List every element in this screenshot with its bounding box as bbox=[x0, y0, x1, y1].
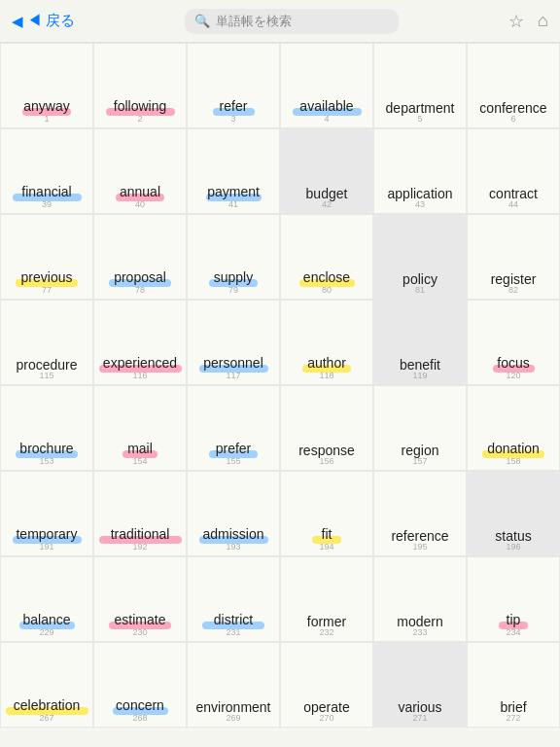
word-text: brief bbox=[500, 699, 526, 715]
word-cell[interactable]: policy81 bbox=[373, 214, 467, 300]
word-cell[interactable]: concern268 bbox=[93, 642, 187, 728]
word-text: payment bbox=[207, 184, 260, 199]
word-text: following bbox=[114, 98, 166, 114]
word-cell[interactable]: modern233 bbox=[373, 556, 467, 642]
word-cell[interactable]: proposal78 bbox=[93, 214, 187, 300]
word-cell[interactable]: annual40 bbox=[93, 128, 187, 214]
word-text: response bbox=[298, 443, 355, 458]
word-cell[interactable]: contract44 bbox=[467, 128, 560, 214]
word-cell[interactable]: balance229 bbox=[0, 556, 93, 642]
word-cell[interactable]: tip234 bbox=[467, 556, 560, 642]
word-cell[interactable]: celebration267 bbox=[0, 642, 93, 728]
word-cell[interactable]: procedure115 bbox=[0, 300, 93, 385]
cell-number: 78 bbox=[135, 285, 145, 295]
word-text: modern bbox=[397, 614, 442, 629]
back-button[interactable]: ◀ ◀ 戻る bbox=[12, 12, 75, 30]
word-cell[interactable]: reference195 bbox=[373, 471, 467, 556]
cell-number: 41 bbox=[228, 199, 238, 209]
word-text: brochure bbox=[19, 441, 73, 456]
word-cell[interactable]: donation158 bbox=[467, 385, 560, 471]
word-cell[interactable]: enclose80 bbox=[280, 214, 373, 300]
word-cell[interactable]: payment41 bbox=[187, 128, 280, 214]
word-cell[interactable]: district231 bbox=[187, 556, 280, 642]
word-text: register bbox=[491, 271, 537, 287]
word-cell[interactable]: supply79 bbox=[187, 214, 280, 300]
cell-number: 3 bbox=[230, 114, 235, 124]
cell-number: 267 bbox=[39, 713, 53, 723]
cell-number: 118 bbox=[319, 371, 333, 380]
word-cell[interactable]: experienced116 bbox=[93, 300, 187, 385]
word-cell[interactable]: mail154 bbox=[93, 385, 187, 471]
cell-number: 154 bbox=[132, 456, 147, 466]
word-cell[interactable]: admission193 bbox=[187, 471, 280, 556]
word-text: mail bbox=[127, 441, 153, 456]
cell-number: 77 bbox=[42, 285, 52, 295]
word-cell[interactable]: region157 bbox=[373, 385, 467, 471]
search-bar[interactable]: 🔍 単語帳を検索 bbox=[185, 9, 399, 34]
star-icon[interactable]: ☆ bbox=[508, 11, 524, 32]
word-cell[interactable]: temporary191 bbox=[0, 471, 93, 556]
word-text: concern bbox=[116, 697, 164, 713]
word-cell[interactable]: conference6 bbox=[467, 43, 560, 128]
word-cell[interactable]: fit194 bbox=[280, 471, 373, 556]
word-cell[interactable]: focus120 bbox=[467, 300, 560, 385]
word-cell[interactable]: personnel117 bbox=[187, 300, 280, 385]
word-cell[interactable]: anyway1 bbox=[0, 43, 93, 128]
word-cell[interactable]: status196 bbox=[467, 471, 560, 556]
word-text: former bbox=[307, 614, 346, 629]
cell-number: 4 bbox=[324, 114, 329, 124]
word-cell[interactable]: following2 bbox=[93, 43, 187, 128]
cell-number: 120 bbox=[506, 371, 520, 380]
word-cell[interactable]: brochure153 bbox=[0, 385, 93, 471]
back-icon: ◀ bbox=[12, 13, 23, 30]
word-text: enclose bbox=[303, 269, 350, 285]
home-icon[interactable]: ⌂ bbox=[538, 11, 548, 31]
cell-number: 39 bbox=[42, 199, 52, 209]
word-cell[interactable]: application43 bbox=[373, 128, 467, 214]
word-text: focus bbox=[497, 355, 529, 371]
word-text: estimate bbox=[115, 612, 166, 627]
word-cell[interactable]: environment269 bbox=[187, 642, 280, 728]
back-label: ◀ 戻る bbox=[27, 12, 75, 30]
word-cell[interactable]: brief272 bbox=[467, 642, 560, 728]
word-cell[interactable]: former232 bbox=[280, 556, 373, 642]
word-text: contract bbox=[489, 186, 538, 201]
header-actions: ☆ ⌂ bbox=[508, 11, 548, 32]
word-text: proposal bbox=[114, 269, 166, 285]
cell-number: 191 bbox=[39, 542, 53, 551]
word-text: available bbox=[299, 98, 353, 114]
word-text: status bbox=[495, 528, 531, 544]
word-cell[interactable]: estimate230 bbox=[93, 556, 187, 642]
search-icon: 🔍 bbox=[194, 14, 210, 28]
word-text: personnel bbox=[203, 355, 263, 371]
search-placeholder: 単語帳を検索 bbox=[216, 13, 292, 30]
word-cell[interactable]: various271 bbox=[373, 642, 467, 728]
word-cell[interactable]: previous77 bbox=[0, 214, 93, 300]
word-cell[interactable]: benefit119 bbox=[373, 300, 467, 385]
word-cell[interactable]: operate270 bbox=[280, 642, 373, 728]
word-text: anyway bbox=[23, 98, 69, 114]
word-text: financial bbox=[21, 184, 71, 199]
word-cell[interactable]: department5 bbox=[373, 43, 467, 128]
word-cell[interactable]: refer3 bbox=[187, 43, 280, 128]
word-cell[interactable]: author118 bbox=[280, 300, 373, 385]
word-text: balance bbox=[22, 612, 70, 627]
word-cell[interactable]: prefer155 bbox=[187, 385, 280, 471]
word-cell[interactable]: register82 bbox=[467, 214, 560, 300]
cell-number: 153 bbox=[39, 456, 53, 466]
word-text: refer bbox=[220, 98, 248, 114]
word-text: policy bbox=[402, 271, 438, 287]
word-cell[interactable]: budget42 bbox=[280, 128, 373, 214]
word-cell[interactable]: response156 bbox=[280, 385, 373, 471]
word-cell[interactable]: traditional192 bbox=[93, 471, 187, 556]
word-text: region bbox=[402, 443, 439, 458]
word-text: celebration bbox=[14, 697, 81, 713]
word-text: annual bbox=[120, 184, 160, 199]
cell-number: 158 bbox=[506, 456, 520, 466]
word-cell[interactable]: financial39 bbox=[0, 128, 93, 214]
cell-number: 234 bbox=[506, 627, 520, 637]
word-text: fit bbox=[322, 526, 332, 542]
word-text: tip bbox=[507, 612, 521, 627]
word-cell[interactable]: available4 bbox=[280, 43, 373, 128]
word-text: admission bbox=[202, 526, 263, 542]
